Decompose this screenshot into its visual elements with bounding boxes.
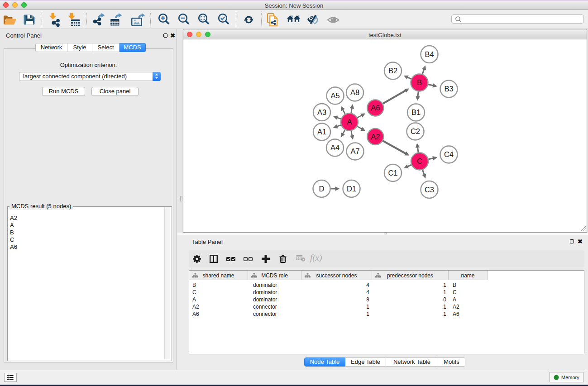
svg-text:A7: A7 xyxy=(350,147,359,155)
svg-text:B2: B2 xyxy=(388,67,397,75)
svg-text:C4: C4 xyxy=(444,150,454,158)
svg-text:C2: C2 xyxy=(411,127,420,135)
svg-text:A5: A5 xyxy=(330,91,339,100)
svg-text:B3: B3 xyxy=(444,85,453,93)
svg-text:C: C xyxy=(417,157,422,165)
svg-text:A3: A3 xyxy=(317,108,326,116)
svg-text:B1: B1 xyxy=(411,108,421,116)
svg-text:A: A xyxy=(347,118,352,126)
svg-text:B: B xyxy=(417,78,422,86)
svg-text:A2: A2 xyxy=(371,133,380,141)
svg-text:D1: D1 xyxy=(347,185,356,193)
svg-text:A1: A1 xyxy=(317,128,326,136)
svg-text:A4: A4 xyxy=(330,143,339,152)
svg-text:C3: C3 xyxy=(425,186,434,194)
svg-text:A8: A8 xyxy=(350,88,359,96)
svg-text:C1: C1 xyxy=(388,169,397,177)
svg-text:B4: B4 xyxy=(425,50,434,58)
svg-text:A6: A6 xyxy=(371,104,380,112)
svg-text:D: D xyxy=(319,185,325,193)
